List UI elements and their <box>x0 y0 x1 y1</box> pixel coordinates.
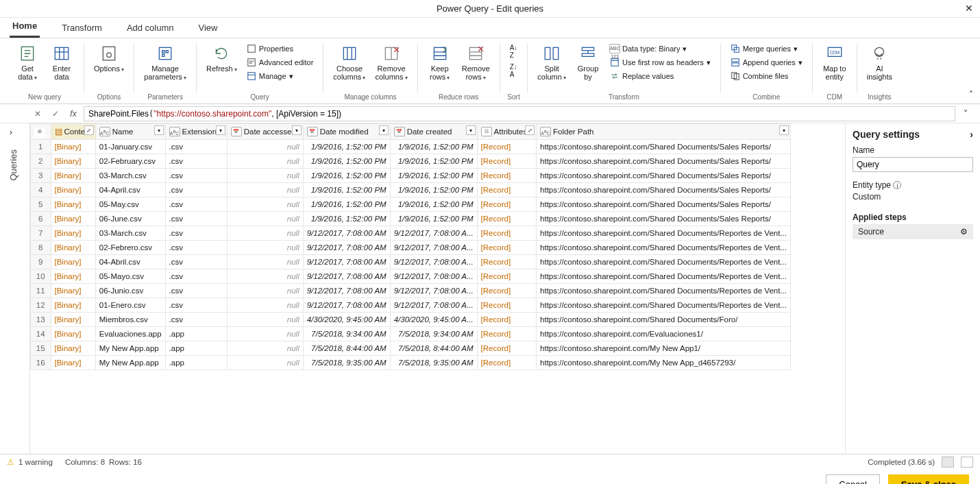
cell-attributes[interactable]: [Record] <box>477 269 536 284</box>
formula-cancel-icon[interactable]: ✕ <box>30 106 45 121</box>
get-data-button[interactable]: Getdata <box>12 43 42 84</box>
cell-modified[interactable]: 7/5/2018, 8:44:00 AM <box>303 341 390 356</box>
cell-created[interactable]: 9/12/2017, 7:08:00 A... <box>390 255 477 269</box>
cell-extension[interactable]: .csv <box>165 169 227 183</box>
cell-extension[interactable]: .csv <box>165 284 227 298</box>
col-created-filter[interactable]: ▾ <box>466 125 476 135</box>
cell-folder[interactable]: https://contoso.sharepoint.com/Shared Do… <box>537 169 791 183</box>
cell-name[interactable]: 06-Junio.csv <box>95 284 165 298</box>
cell-attributes[interactable]: [Record] <box>477 255 536 269</box>
cell-accessed[interactable]: null <box>227 327 303 341</box>
cell-extension[interactable]: .csv <box>165 183 227 197</box>
sort-desc-button[interactable]: Z↓A <box>507 62 521 80</box>
cell-folder[interactable]: https://contoso.sharepoint.com/Shared Do… <box>537 140 791 154</box>
cell-content[interactable]: [Binary] <box>51 269 95 284</box>
step-gear-icon[interactable]: ⚙ <box>960 227 968 237</box>
tab-transform[interactable]: Transform <box>59 19 105 38</box>
row-number[interactable]: 13 <box>31 313 51 327</box>
sort-asc-button[interactable]: A↓Z <box>507 43 521 60</box>
cell-name[interactable]: Evaluaciones.app <box>95 327 165 341</box>
cell-extension[interactable]: .app <box>165 356 227 370</box>
table-row[interactable]: 10[Binary]05-Mayo.csv.csvnull9/12/2017, … <box>31 269 791 284</box>
tab-add-column[interactable]: Add column <box>124 19 177 38</box>
choose-columns-button[interactable]: Choosecolumns <box>330 43 368 84</box>
cell-name[interactable]: 02-Febrero.csv <box>95 241 165 255</box>
col-modified-filter[interactable]: ▾ <box>379 125 389 135</box>
cell-folder[interactable]: https://contoso.sharepoint.com/My New Ap… <box>537 341 791 356</box>
cell-name[interactable]: My New App.app <box>95 341 165 356</box>
cell-accessed[interactable]: null <box>227 169 303 183</box>
cell-content[interactable]: [Binary] <box>51 212 95 226</box>
replace-values-button[interactable]: Replace values <box>607 70 713 82</box>
cell-extension[interactable]: .csv <box>165 197 227 212</box>
cell-folder[interactable]: https://contoso.sharepoint.com/Shared Do… <box>537 241 791 255</box>
combine-files-button[interactable]: Combine files <box>728 70 805 82</box>
append-queries-button[interactable]: Append queries ▾ <box>728 56 805 69</box>
cell-extension[interactable]: .csv <box>165 255 227 269</box>
remove-columns-button[interactable]: Removecolumns <box>373 43 411 84</box>
col-accessed-filter[interactable]: ▾ <box>292 125 302 135</box>
options-button[interactable]: Options <box>91 43 127 75</box>
manage-button[interactable]: Manage ▾ <box>244 70 317 82</box>
cell-accessed[interactable]: null <box>227 140 303 154</box>
row-number[interactable]: 9 <box>31 255 51 269</box>
cell-content[interactable]: [Binary] <box>51 154 95 169</box>
cell-extension[interactable]: .csv <box>165 212 227 226</box>
cell-extension[interactable]: .app <box>165 327 227 341</box>
cell-content[interactable]: [Binary] <box>51 341 95 356</box>
row-number[interactable]: 12 <box>31 298 51 313</box>
cell-folder[interactable]: https://contoso.sharepoint.com/Shared Do… <box>537 284 791 298</box>
cell-content[interactable]: [Binary] <box>51 298 95 313</box>
cell-modified[interactable]: 9/12/2017, 7:08:00 AM <box>303 226 390 241</box>
cell-content[interactable]: [Binary] <box>51 327 95 341</box>
cell-accessed[interactable]: null <box>227 154 303 169</box>
formula-input[interactable]: SharePoint.Files("https://contoso.sharep… <box>84 106 955 121</box>
formula-commit-icon[interactable]: ✓ <box>48 106 63 121</box>
row-number[interactable]: 2 <box>31 154 51 169</box>
cell-modified[interactable]: 1/9/2016, 1:52:00 PM <box>303 197 390 212</box>
cell-name[interactable]: 01-January.csv <box>95 140 165 154</box>
cell-attributes[interactable]: [Record] <box>477 298 536 313</box>
tab-home[interactable]: Home <box>10 16 40 38</box>
row-number[interactable]: 16 <box>31 356 51 370</box>
cell-created[interactable]: 1/9/2016, 1:52:00 PM <box>390 183 477 197</box>
row-number[interactable]: 7 <box>31 226 51 241</box>
cell-accessed[interactable]: null <box>227 298 303 313</box>
cell-name[interactable]: 01-Enero.csv <box>95 298 165 313</box>
keep-rows-button[interactable]: Keeprows <box>425 43 455 84</box>
cell-created[interactable]: 1/9/2016, 1:52:00 PM <box>390 212 477 226</box>
table-row[interactable]: 4[Binary]04-April.csv.csvnull1/9/2016, 1… <box>31 183 791 197</box>
row-number[interactable]: 14 <box>31 327 51 341</box>
cell-modified[interactable]: 9/12/2017, 7:08:00 AM <box>303 298 390 313</box>
cell-modified[interactable]: 7/5/2018, 9:35:00 AM <box>303 356 390 370</box>
formula-expand-icon[interactable]: ˅ <box>958 109 973 119</box>
cell-created[interactable]: 9/12/2017, 7:08:00 A... <box>390 284 477 298</box>
split-column-button[interactable]: Splitcolumn <box>535 43 569 84</box>
col-attributes[interactable]: ☷Attributes⤢ <box>477 124 536 140</box>
merge-queries-button[interactable]: Merge queries ▾ <box>728 43 805 55</box>
data-type-button[interactable]: ABC123Data type: Binary ▾ <box>607 43 713 55</box>
cell-extension[interactable]: .csv <box>165 226 227 241</box>
cell-modified[interactable]: 1/9/2016, 1:52:00 PM <box>303 154 390 169</box>
cell-created[interactable]: 7/5/2018, 8:44:00 AM <box>390 341 477 356</box>
warning-icon[interactable]: ⚠ <box>7 457 14 467</box>
cell-extension[interactable]: .csv <box>165 154 227 169</box>
row-number[interactable]: 1 <box>31 140 51 154</box>
ai-insights-button[interactable]: AIinsights <box>864 43 895 82</box>
col-date-modified[interactable]: 📅Date modified▾ <box>303 124 390 140</box>
manage-parameters-button[interactable]: Manageparameters <box>141 43 189 84</box>
row-number[interactable]: 11 <box>31 284 51 298</box>
cell-created[interactable]: 9/12/2017, 7:08:00 A... <box>390 298 477 313</box>
remove-rows-button[interactable]: Removerows <box>459 43 493 84</box>
cell-folder[interactable]: https://contoso.sharepoint.com/Shared Do… <box>537 197 791 212</box>
row-number[interactable]: 3 <box>31 169 51 183</box>
cell-created[interactable]: 7/5/2018, 9:35:00 AM <box>390 356 477 370</box>
map-to-entity-button[interactable]: CDMMap toentity <box>820 43 850 82</box>
table-row[interactable]: 14[Binary]Evaluaciones.app.appnull7/5/20… <box>31 327 791 341</box>
cell-content[interactable]: [Binary] <box>51 140 95 154</box>
cell-content[interactable]: [Binary] <box>51 169 95 183</box>
cell-name[interactable]: My New App.app <box>95 356 165 370</box>
cell-created[interactable]: 4/30/2020, 9:45:00 A... <box>390 313 477 327</box>
cell-folder[interactable]: https://contoso.sharepoint.com/Shared Do… <box>537 255 791 269</box>
table-row[interactable]: 15[Binary]My New App.app.appnull7/5/2018… <box>31 341 791 356</box>
